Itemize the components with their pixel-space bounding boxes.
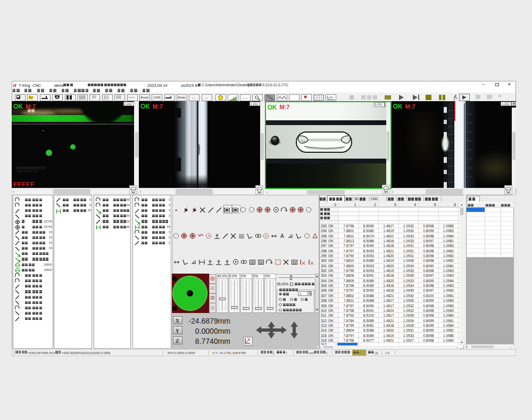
svg-text:A: A [280, 233, 284, 239]
